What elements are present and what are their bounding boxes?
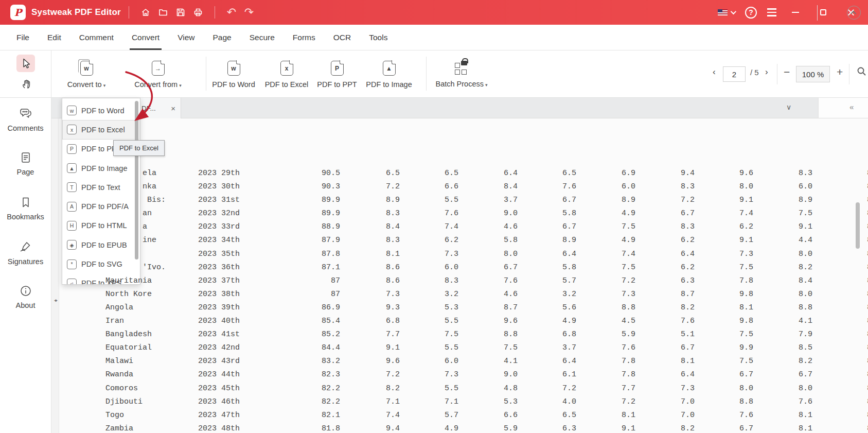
pdf-to-ppt-button[interactable]: P PDF to PPT: [309, 61, 365, 89]
doc-cell-clipped: 8: [820, 167, 868, 180]
titlebar-separator: [129, 6, 129, 19]
doc-cell-value: 8.3: [761, 167, 812, 180]
doc-table-row: Equatorial2023 42nd84.49.15.57.53.77.66.…: [59, 341, 868, 355]
doc-cell-value: 5.8: [466, 234, 518, 247]
dropdown-item-pdf-to-svg[interactable]: *PDF to SVG: [62, 254, 140, 273]
doc-cell-value: 8.3: [348, 234, 400, 247]
menu-item-file[interactable]: File: [14, 25, 31, 50]
pdf-to-text-icon: T: [67, 182, 77, 192]
menu-item-convert[interactable]: Convert: [130, 25, 162, 50]
pdf-to-word-button[interactable]: w PDF to Word: [205, 61, 262, 89]
redo-icon[interactable]: ↷: [240, 4, 258, 21]
search-icon[interactable]: [856, 66, 867, 79]
sidebar-item-comments[interactable]: Comments: [0, 106, 51, 132]
doc-cell-value: 6.2: [702, 220, 753, 234]
doc-cell-value: 7.3: [643, 382, 695, 395]
tab-list-chevron-icon[interactable]: ∨: [786, 103, 791, 111]
menu-item-view[interactable]: View: [175, 25, 197, 50]
menu-item-forms[interactable]: Forms: [291, 25, 317, 50]
doc-cell-value: 4.0: [525, 395, 576, 409]
doc-cell-clipped: 8: [820, 261, 868, 274]
doc-cell-score: 87: [289, 274, 340, 288]
doc-cell-value: 5.3: [407, 301, 458, 315]
next-page-button[interactable]: ›: [765, 67, 768, 77]
doc-cell-value: 8.2: [643, 301, 695, 315]
convert-from-button[interactable]: → Convert from▾: [130, 61, 186, 89]
doc-table-row: Comoros2023 45th82.28.25.54.87.27.77.38.…: [59, 382, 868, 395]
doc-cell-rank: 2023 31st: [198, 194, 240, 207]
chevron-up-icon: [850, 10, 856, 16]
home-icon[interactable]: [137, 4, 154, 21]
doc-cell-country: Rwanda: [105, 368, 133, 382]
doc-cell-value: 5.9: [466, 422, 518, 433]
dropdown-item-pdf-to-epub[interactable]: ◈PDF to EPUB: [62, 235, 140, 254]
zoom-out-button[interactable]: −: [784, 66, 790, 78]
sidebar-item-page[interactable]: Page: [0, 151, 51, 176]
sidebar-item-bookmarks[interactable]: Bookmarks: [0, 196, 51, 221]
doc-cell-value: 8.0: [466, 248, 518, 261]
tab-close-icon[interactable]: ×: [171, 104, 175, 113]
doc-cell-value: 6.7: [525, 194, 576, 207]
dropdown-item-pdf-to-excel[interactable]: xPDF to Excel: [62, 120, 140, 139]
zoom-in-button[interactable]: +: [837, 66, 843, 78]
undo-icon[interactable]: ↶: [223, 4, 240, 21]
us-flag-icon: [718, 9, 728, 15]
dropdown-item-pdf-to-image[interactable]: ▲PDF to Image: [62, 159, 140, 178]
help-icon[interactable]: ?: [745, 7, 757, 19]
save-icon[interactable]: [172, 4, 189, 21]
sidebar-item-signatures[interactable]: Signatures: [0, 239, 51, 266]
doc-cell-country: Malawi: [105, 355, 133, 368]
zoom-level-box[interactable]: 100 %: [796, 66, 830, 82]
dropdown-item-label: PDF to HTML: [81, 221, 127, 230]
doc-cell-score: 83.2: [289, 355, 340, 368]
dropdown-item-pdf-to-html[interactable]: HPDF to HTML: [62, 216, 140, 235]
select-tool-button[interactable]: [16, 55, 35, 72]
hamburger-menu-icon[interactable]: [767, 8, 776, 16]
caret-icon: ▾: [179, 83, 182, 88]
panel-splitter[interactable]: ◂▸: [51, 118, 59, 433]
doc-cell-value: 9.1: [702, 234, 753, 247]
doc-cell-value: 8.1: [643, 355, 695, 368]
menu-item-tools[interactable]: Tools: [367, 25, 389, 50]
app-logo: P: [10, 5, 26, 20]
dropdown-scrollbar[interactable]: [135, 101, 138, 259]
document-viewport[interactable]: ela2023 29th90.56.56.56.46.56.99.49.68.3…: [59, 118, 868, 433]
sidebar-item-about[interactable]: About: [0, 284, 51, 309]
dropdown-item-pdf-to-word[interactable]: wPDF to Word: [62, 101, 140, 120]
doc-cell-rank: 2023 37th: [198, 274, 240, 288]
batch-process-button[interactable]: Batch Process▾: [428, 61, 495, 88]
collapse-panel-icon[interactable]: «: [849, 102, 854, 111]
hand-tool-button[interactable]: [19, 76, 33, 92]
prev-page-button[interactable]: ‹: [713, 67, 716, 77]
splitter-handle-icon[interactable]: ◂▸: [51, 298, 59, 303]
doc-cell-value: 4.6: [466, 288, 518, 301]
page-number-input[interactable]: [723, 66, 746, 82]
convert-to-button[interactable]: w Convert to▾: [58, 61, 115, 89]
menu-item-ocr[interactable]: OCR: [331, 25, 353, 50]
menu-item-secure[interactable]: Secure: [247, 25, 277, 50]
pdf-to-excel-button[interactable]: x PDF to Excel: [258, 61, 315, 89]
doc-cell-score: 88.9: [289, 220, 340, 234]
doc-cell-clipped: 8: [820, 288, 868, 301]
vertical-scrollbar[interactable]: [856, 202, 860, 249]
doc-table-row: Togo2023 47th82.17.45.76.66.58.17.07.68.…: [59, 409, 868, 422]
doc-cell-rank: 2023 32nd: [198, 207, 240, 220]
minimize-button[interactable]: [787, 4, 804, 21]
collapse-ribbon-button[interactable]: [847, 6, 861, 20]
doc-cell-value: 8.6: [348, 274, 400, 288]
doc-cell-value: 7.6: [466, 274, 518, 288]
doc-cell-value: 7.5: [702, 355, 753, 368]
menu-item-page[interactable]: Page: [211, 25, 234, 50]
print-icon[interactable]: [189, 4, 207, 21]
doc-cell-value: 6.7: [702, 368, 753, 382]
doc-cell-value: 8.3: [348, 207, 400, 220]
open-folder-icon[interactable]: [154, 4, 172, 21]
menu-item-edit[interactable]: Edit: [45, 25, 63, 50]
dropdown-item-pdf-to-pdf-a[interactable]: APDF to PDF/A: [62, 197, 140, 216]
pdf-to-image-icon: ▲: [383, 61, 396, 76]
doc-cell-value: 8.4: [761, 274, 812, 288]
menu-item-comment[interactable]: Comment: [77, 25, 116, 50]
language-selector[interactable]: [718, 9, 735, 15]
dropdown-item-pdf-to-text[interactable]: TPDF to Text: [62, 178, 140, 197]
pdf-to-image-button[interactable]: ▲ PDF to Image: [361, 61, 417, 89]
